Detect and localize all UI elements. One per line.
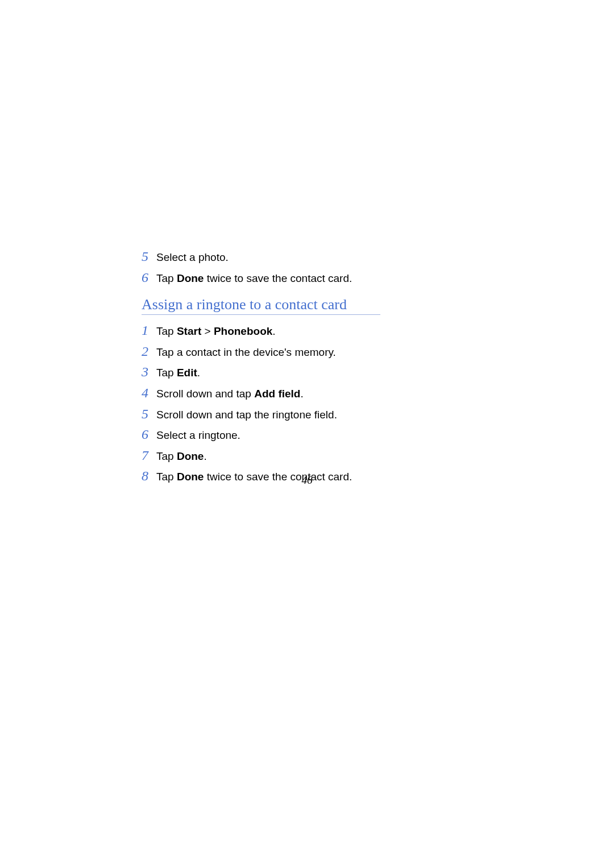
step-line: 6Select a ringtone. xyxy=(142,427,460,443)
step-text: Tap a contact in the device's memory. xyxy=(156,345,336,360)
step-number: 6 xyxy=(142,270,156,285)
step-number: 1 xyxy=(142,323,156,338)
step-number: 6 xyxy=(142,427,156,442)
page-number: 46 xyxy=(0,474,614,487)
step-text: Tap Edit. xyxy=(156,366,200,381)
step-line: 5Select a photo. xyxy=(142,249,460,265)
step-text: Scroll down and tap the ringtone field. xyxy=(156,408,337,423)
step-number: 2 xyxy=(142,344,156,359)
step-text: Select a photo. xyxy=(156,250,229,265)
section2-steps: 1Tap Start > Phonebook.2Tap a contact in… xyxy=(142,323,460,485)
step-line: 1Tap Start > Phonebook. xyxy=(142,323,460,339)
step-number: 7 xyxy=(142,448,156,463)
step-line: 4Scroll down and tap Add field. xyxy=(142,385,460,402)
step-line: 5Scroll down and tap the ringtone field. xyxy=(142,406,460,423)
manual-page: 5Select a photo.6Tap Done twice to save … xyxy=(142,249,460,489)
step-number: 5 xyxy=(142,249,156,264)
section-heading: Assign a ringtone to a contact card xyxy=(142,296,460,313)
step-line: 2Tap a contact in the device's memory. xyxy=(142,344,460,360)
step-text: Tap Done. xyxy=(156,449,207,464)
step-line: 7Tap Done. xyxy=(142,448,460,464)
step-text: Tap Start > Phonebook. xyxy=(156,324,276,339)
step-line: 3Tap Edit. xyxy=(142,364,460,381)
step-text: Select a ringtone. xyxy=(156,428,240,443)
section-rule xyxy=(142,314,380,315)
step-text: Tap Done twice to save the contact card. xyxy=(156,271,352,286)
section1-steps: 5Select a photo.6Tap Done twice to save … xyxy=(142,249,460,286)
step-number: 5 xyxy=(142,406,156,422)
step-number: 3 xyxy=(142,364,156,380)
step-line: 6Tap Done twice to save the contact card… xyxy=(142,270,460,286)
step-number: 4 xyxy=(142,385,156,401)
step-text: Scroll down and tap Add field. xyxy=(156,387,304,402)
